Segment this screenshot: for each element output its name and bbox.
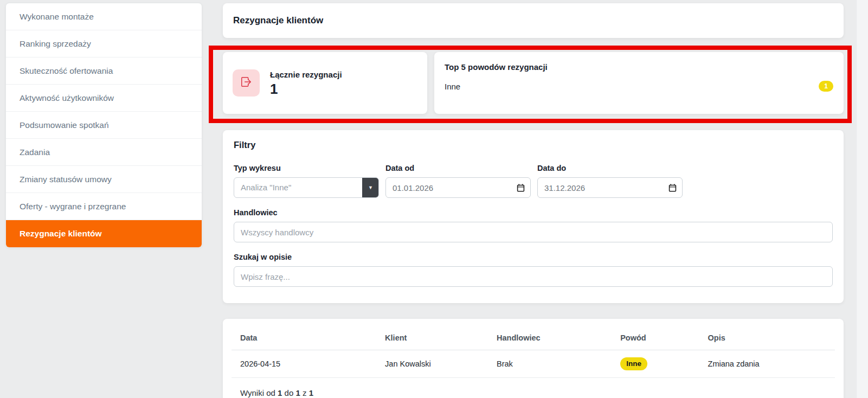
- sidebar-item-aktywnosc-uzytkownikow[interactable]: Aktywność użytkowników: [6, 85, 202, 112]
- results-do-label: do: [285, 388, 294, 397]
- total-resignations-text: Łącznie rezygnacji 1: [270, 70, 342, 96]
- sidebar-item-label: Oferty - wygrane i przegrane: [20, 202, 126, 211]
- cell-handlowiec: Brak: [488, 350, 612, 378]
- results-summary-label: Wyniki od: [240, 388, 275, 397]
- sidebar-item-ranking-sprzedazy[interactable]: Ranking sprzedaży: [6, 30, 202, 57]
- sidebar-item-label: Zmiany statusów umowy: [20, 175, 112, 184]
- reason-badge: Inne: [620, 357, 647, 370]
- salesperson-field: Handlowiec: [234, 208, 833, 242]
- sidebar-item-oferty-wygrane-przegrane[interactable]: Oferty - wygrane i przegrane: [6, 193, 202, 220]
- salesperson-label: Handlowiec: [234, 208, 833, 217]
- top-reasons-title: Top 5 powodów rezygnacji: [445, 62, 833, 72]
- results-table-card: Data Klient Handlowiec Powód Opis 2026-0…: [223, 319, 844, 398]
- cell-powod: Inne: [612, 350, 699, 378]
- sidebar-item-label: Wykonane montaże: [20, 12, 94, 22]
- column-header-data: Data: [232, 324, 376, 350]
- vertical-scrollbar[interactable]: [856, 0, 868, 398]
- cell-klient: Jan Kowalski: [376, 350, 488, 378]
- table-header-row: Data Klient Handlowiec Powód Opis: [232, 324, 835, 350]
- results-of-label: z: [303, 388, 307, 397]
- sidebar-item-skutecznosc-ofertowania[interactable]: Skuteczność ofertowania: [6, 57, 202, 85]
- reason-label: Inne: [445, 82, 460, 91]
- cell-opis: Zmiana zdania: [699, 350, 835, 378]
- salesperson-input[interactable]: [234, 222, 832, 242]
- salesperson-control: [234, 222, 833, 242]
- reason-row: Inne 1: [445, 81, 833, 92]
- total-resignations-value: 1: [270, 82, 342, 96]
- chart-type-field: Typ wykresu Analiza "Inne" ▼: [234, 164, 379, 198]
- date-from-control: [385, 177, 531, 198]
- search-description-input[interactable]: [234, 267, 832, 286]
- total-resignations-label: Łącznie rezygnacji: [270, 70, 342, 79]
- page-title: Rezygnacje klientów: [233, 15, 323, 26]
- sidebar-item-wykonane-montaze[interactable]: Wykonane montaże: [6, 3, 202, 30]
- sidebar-menu: Wykonane montaże Ranking sprzedaży Skute…: [5, 3, 202, 248]
- cell-data: 2026-04-15: [232, 350, 376, 378]
- sidebar-item-label: Rezygnacje klientów: [20, 229, 102, 239]
- date-to-input[interactable]: [538, 178, 682, 197]
- filters-row-1: Typ wykresu Analiza "Inne" ▼ Data od: [234, 164, 833, 198]
- sidebar-item-label: Aktywność użytkowników: [20, 93, 114, 103]
- search-description-label: Szukaj w opisie: [234, 253, 833, 261]
- sidebar-item-label: Podsumowanie spotkań: [20, 120, 109, 130]
- date-to-label: Data do: [537, 164, 683, 172]
- column-header-handlowiec: Handlowiec: [488, 324, 612, 350]
- chart-type-select[interactable]: Analiza "Inne" ▼: [234, 177, 379, 198]
- date-from-label: Data od: [385, 164, 531, 172]
- sidebar-item-label: Skuteczność ofertowania: [20, 66, 113, 76]
- date-to-field: Data do: [537, 164, 683, 198]
- sign-out-icon-box: [233, 69, 260, 97]
- chart-type-dropdown-button[interactable]: ▼: [362, 177, 379, 198]
- chart-type-selected-value: Analiza "Inne": [234, 178, 378, 197]
- total-resignations-card: Łącznie rezygnacji 1: [223, 52, 427, 114]
- column-header-opis: Opis: [699, 324, 835, 350]
- chart-type-label: Typ wykresu: [234, 164, 379, 172]
- filters-title: Filtry: [234, 140, 833, 150]
- sidebar-item-label: Zadania: [20, 147, 50, 157]
- main-content: Rezygnacje klientów Łącznie rezygnacji 1…: [223, 3, 844, 398]
- page-header-card: Rezygnacje klientów: [223, 3, 844, 38]
- reason-count-badge: 1: [819, 81, 833, 92]
- sidebar-item-label: Ranking sprzedaży: [20, 39, 91, 49]
- sign-out-icon: [240, 75, 253, 91]
- date-from-input[interactable]: [386, 178, 530, 197]
- table-row: 2026-04-15 Jan Kowalski Brak Inne Zmiana…: [232, 350, 835, 378]
- date-from-field: Data od: [385, 164, 531, 198]
- results-to: 1: [295, 388, 300, 397]
- results-from: 1: [278, 388, 282, 397]
- stats-row: Łącznie rezygnacji 1 Top 5 powodów rezyg…: [223, 52, 844, 114]
- sidebar-item-podsumowanie-spotkan[interactable]: Podsumowanie spotkań: [6, 112, 202, 139]
- filters-card: Filtry Typ wykresu Analiza "Inne" ▼ Data…: [223, 130, 844, 303]
- search-description-field: Szukaj w opisie: [234, 253, 833, 287]
- results-total: 1: [309, 388, 313, 397]
- results-summary: Wyniki od 1 do 1 z 1: [232, 378, 835, 397]
- sidebar-item-zmiany-statusow-umowy[interactable]: Zmiany statusów umowy: [6, 166, 202, 193]
- top-reasons-card: Top 5 powodów rezygnacji Inne 1: [434, 52, 844, 114]
- column-header-powod: Powód: [612, 324, 699, 350]
- sidebar-item-zadania[interactable]: Zadania: [6, 139, 202, 166]
- sidebar-item-rezygnacje-klientow[interactable]: Rezygnacje klientów: [6, 220, 202, 247]
- chevron-down-icon: ▼: [368, 185, 373, 190]
- column-header-klient: Klient: [376, 324, 488, 350]
- date-to-control: [537, 177, 683, 198]
- resignations-table: Data Klient Handlowiec Powód Opis 2026-0…: [232, 324, 835, 378]
- search-description-control: [234, 266, 833, 287]
